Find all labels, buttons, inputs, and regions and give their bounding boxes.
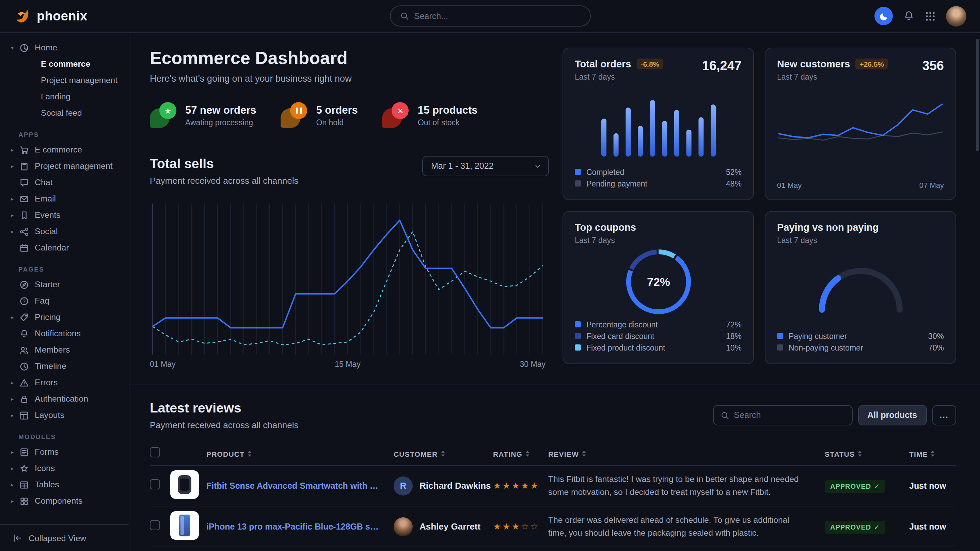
sidebar-item-e-commerce[interactable]: E commerce [0, 56, 129, 72]
sidebar-item-project-management[interactable]: Project management [0, 72, 129, 89]
chat-icon [19, 177, 29, 187]
sidebar-item-social-feed[interactable]: Social feed [0, 105, 129, 121]
sidebar-item-label: Notifications [35, 329, 81, 338]
theme-toggle-button[interactable] [875, 7, 893, 25]
total-sells-x-axis: 01 May15 May30 May [150, 360, 546, 368]
legend-value: 70% [928, 343, 944, 352]
reviews-search[interactable] [713, 405, 852, 426]
legend-label: Percentage discount [586, 320, 721, 329]
sidebar-item-tables[interactable]: ▸Tables [0, 476, 129, 493]
reviews-search-input[interactable] [734, 410, 845, 420]
sidebar-item-label: Pricing [35, 313, 60, 322]
calendar-icon [19, 243, 29, 253]
sidebar-item-project-management[interactable]: ▸Project management [0, 158, 129, 174]
review-text: The order was delivered ahead of schedul… [548, 514, 825, 539]
sidebar-item-events[interactable]: ▸Events [0, 207, 129, 223]
sidebar-item-e-commerce[interactable]: ▸E commerce [0, 141, 129, 158]
top-navbar: phoenix [0, 0, 980, 33]
legend-label: Non-paying customer [789, 343, 923, 352]
collapsed-view-toggle[interactable]: Collapsed View [0, 524, 129, 551]
column-header-product[interactable]: PRODUCT [206, 449, 394, 458]
sidebar-item-starter[interactable]: Starter [0, 276, 129, 293]
sidebar-item-icons[interactable]: ▸Icons [0, 460, 129, 476]
customer-cell: Ashley Garrett [394, 517, 493, 536]
puzzle-icon [19, 496, 29, 506]
sidebar-item-forms[interactable]: ▸Forms [0, 444, 129, 460]
sidebar-item-pricing[interactable]: ▸Pricing [0, 309, 129, 326]
envelope-icon [19, 194, 29, 204]
all-products-button[interactable]: All products [858, 405, 926, 426]
layout-icon [19, 410, 29, 420]
top-coupons-donut-chart: 72% [623, 246, 694, 317]
column-header-rating[interactable]: RATING [493, 449, 548, 458]
caret-down-icon: ▾ [11, 44, 19, 51]
stat-caption: Awating processing [185, 118, 256, 126]
top-coupons-card: Top coupons Last 7 days 72% Percentage d… [563, 211, 754, 364]
paying-legend: Paying customer30%Non-paying customer70% [777, 330, 944, 353]
brand[interactable]: phoenix [14, 7, 88, 25]
sidebar-item-authentication[interactable]: ▸Authentication [0, 391, 129, 407]
product-link[interactable]: Fitbit Sense Advanced Smartwatch with To… [206, 481, 394, 491]
caret-right-icon: ▸ [11, 212, 19, 218]
legend-item-pending-payment: Pending payment48% [575, 178, 741, 189]
reviews-table-body: Fitbit Sense Advanced Smartwatch with To… [150, 465, 956, 551]
grid-icon [925, 11, 936, 21]
sidebar-item-calendar[interactable]: Calendar [0, 240, 129, 256]
sidebar-item-layouts[interactable]: ▸Layouts [0, 407, 129, 423]
sidebar-item-label: Components [35, 496, 83, 506]
sort-icon [247, 450, 252, 457]
x-axis-label: 01 May [777, 181, 802, 189]
sidebar-item-home[interactable]: ▾Home [0, 40, 129, 56]
legend-value: 30% [928, 332, 944, 340]
sidebar-item-label: Errors [35, 378, 57, 387]
customer-name: Ashley Garrett [420, 521, 480, 532]
card-title: Top coupons [575, 222, 636, 233]
navbar-search-input[interactable] [414, 11, 580, 21]
notifications-bell-button[interactable] [903, 10, 915, 22]
sidebar-item-notifications[interactable]: Notifications [0, 326, 129, 342]
tag-icon [19, 312, 29, 322]
x-axis-label: 07 May [920, 181, 944, 189]
select-all-checkbox[interactable] [150, 447, 160, 457]
sidebar-item-components[interactable]: ▸Components [0, 493, 129, 509]
stat-caption: On hold [317, 118, 358, 126]
product-link[interactable]: iPhone 13 pro max-Pacific Blue-128GB sto… [206, 522, 394, 531]
sidebar-item-faq[interactable]: ?Faq [0, 293, 129, 309]
page-scrollbar[interactable] [976, 39, 978, 151]
column-header-time[interactable]: TIME [909, 449, 956, 458]
column-header-review[interactable]: REVIEW [548, 449, 825, 458]
total-sells-chart [150, 203, 546, 355]
navbar-search[interactable] [390, 5, 590, 27]
card-period: Last 7 days [575, 236, 636, 245]
card-title: Paying vs non paying [777, 222, 878, 233]
reviews-controls: All products ... [713, 405, 956, 426]
caret-right-icon: ▸ [11, 229, 19, 235]
sidebar-item-social[interactable]: ▸Social [0, 223, 129, 240]
column-header-customer[interactable]: CUSTOMER [394, 449, 493, 458]
sidebar-item-label: Project management [35, 161, 113, 171]
sort-icon [440, 450, 445, 457]
svg-text:72%: 72% [647, 275, 670, 288]
user-avatar[interactable] [946, 6, 966, 26]
sidebar-item-members[interactable]: Members [0, 342, 129, 358]
date-range-select[interactable]: Mar 1 - 31, 2022 [422, 156, 549, 176]
sort-icon [931, 450, 935, 457]
change-badge: +26.5% [855, 59, 888, 70]
apps-grid-button[interactable] [925, 11, 936, 21]
sidebar-item-email[interactable]: ▸Email [0, 191, 129, 207]
reviews-table: PRODUCTCUSTOMERRATINGREVIEWSTATUSTIME Fi… [150, 442, 956, 551]
row-checkbox[interactable] [150, 520, 160, 530]
collapsed-view-label: Collapsed View [29, 533, 86, 543]
new-customers-x-axis: 01 May 07 May [777, 181, 944, 189]
review-row: Fitbit Sense Advanced Smartwatch with To… [150, 465, 956, 507]
reviews-title: Latest reviews [150, 400, 298, 416]
sidebar-item-timeline[interactable]: Timeline [0, 358, 129, 374]
review-row: iPhone 13 pro max-Pacific Blue-128GB sto… [150, 507, 956, 547]
legend-swatch [575, 180, 581, 186]
sidebar-item-errors[interactable]: ▸Errors [0, 374, 129, 391]
more-options-button[interactable]: ... [932, 405, 956, 426]
sidebar-item-landing[interactable]: Landing [0, 89, 129, 105]
column-header-status[interactable]: STATUS [825, 449, 909, 458]
sidebar-item-chat[interactable]: Chat [0, 174, 129, 191]
row-checkbox[interactable] [150, 479, 160, 489]
